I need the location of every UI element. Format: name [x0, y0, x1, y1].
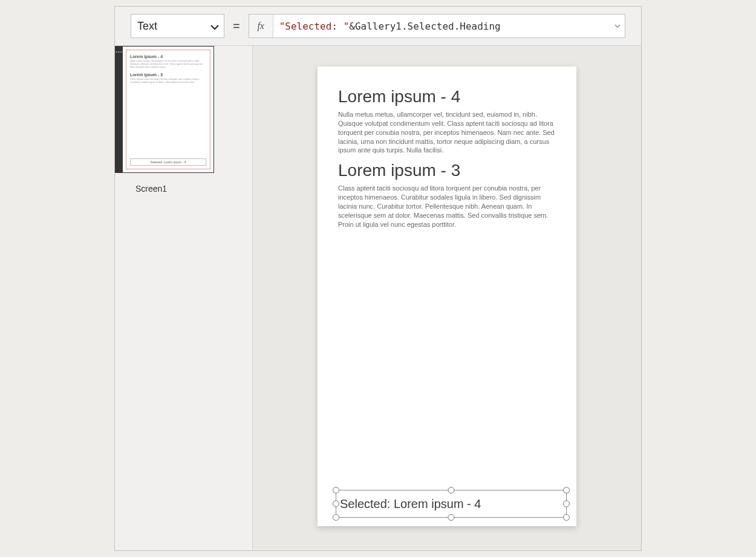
formula-token-op: &	[349, 21, 355, 32]
body-row: ••• Lorem ipsum - 4 Nulla metus metus ul…	[115, 46, 641, 550]
drag-dots-icon: •••	[116, 49, 122, 54]
property-select-value: Text	[137, 20, 157, 33]
selected-label-control[interactable]: Selected: Lorem ipsum - 4	[336, 490, 567, 518]
resize-handle-tm[interactable]	[448, 487, 455, 493]
thumb-heading-2: Lorem ipsum - 3	[130, 73, 206, 77]
thumb-body-2: Class aptent taciti sociosqu ad litora t…	[130, 77, 206, 83]
thumb-heading-1: Lorem ipsum - 4	[130, 54, 206, 59]
formula-bar: Text = fx "Selected: " & Gallery1.Select…	[115, 7, 641, 46]
gallery-body: Nulla metus metus, ullamcorper vel, tinc…	[338, 110, 556, 155]
thumbnail-drag-strip[interactable]: •••	[116, 47, 123, 172]
thumbnail-preview: Lorem ipsum - 4 Nulla metus metus ullamc…	[126, 50, 210, 169]
resize-handle-bl[interactable]	[333, 514, 339, 521]
property-select[interactable]: Text	[131, 14, 224, 38]
screen-thumbnail-wrap: ••• Lorem ipsum - 4 Nulla metus metus ul…	[115, 46, 252, 194]
formula-token-identifier: Gallery1.Selected.Heading	[355, 21, 501, 32]
fx-icon[interactable]: fx	[249, 15, 273, 37]
formula-token-string: "Selected: "	[279, 21, 350, 32]
device-preview: Lorem ipsum - 4 Nulla metus metus, ullam…	[318, 67, 576, 526]
screens-panel: ••• Lorem ipsum - 4 Nulla metus metus ul…	[115, 46, 253, 550]
resize-handle-tr[interactable]	[563, 487, 570, 493]
thumbnail-card: Lorem ipsum - 4 Nulla metus metus ullamc…	[123, 47, 213, 172]
thumb-selected-label: Selected: Lorem ipsum - 4	[130, 158, 206, 166]
gallery-body: Class aptent taciti sociosqu ad litora t…	[338, 184, 556, 229]
canvas[interactable]: Lorem ipsum - 4 Nulla metus metus, ullam…	[253, 46, 641, 550]
formula-box: fx "Selected: " & Gallery1.Selected.Head…	[249, 14, 625, 38]
formula-input[interactable]: "Selected: " & Gallery1.Selected.Heading	[273, 15, 610, 37]
app-frame: Text = fx "Selected: " & Gallery1.Select…	[114, 6, 642, 551]
equals-label: =	[232, 19, 241, 33]
selected-label-text: Selected: Lorem ipsum - 4	[340, 497, 481, 511]
resize-handle-ml[interactable]	[333, 501, 339, 507]
thumb-body-1: Nulla metus metus ullamcorper vel tincid…	[130, 59, 206, 69]
gallery-item[interactable]: Lorem ipsum - 4 Nulla metus metus, ullam…	[338, 87, 556, 155]
gallery-item[interactable]: Lorem ipsum - 3 Class aptent taciti soci…	[338, 161, 556, 229]
screen-thumbnail[interactable]: ••• Lorem ipsum - 4 Nulla metus metus ul…	[115, 46, 214, 173]
resize-handle-tl[interactable]	[333, 487, 339, 493]
resize-handle-bm[interactable]	[448, 514, 455, 521]
resize-handle-mr[interactable]	[563, 501, 570, 507]
resize-handle-br[interactable]	[563, 514, 570, 521]
gallery-heading: Lorem ipsum - 4	[338, 87, 556, 106]
screen-name-label[interactable]: Screen1	[115, 184, 252, 194]
gallery-heading: Lorem ipsum - 3	[338, 161, 556, 180]
chevron-down-icon	[210, 22, 219, 32]
formula-expand-icon[interactable]	[610, 15, 625, 37]
